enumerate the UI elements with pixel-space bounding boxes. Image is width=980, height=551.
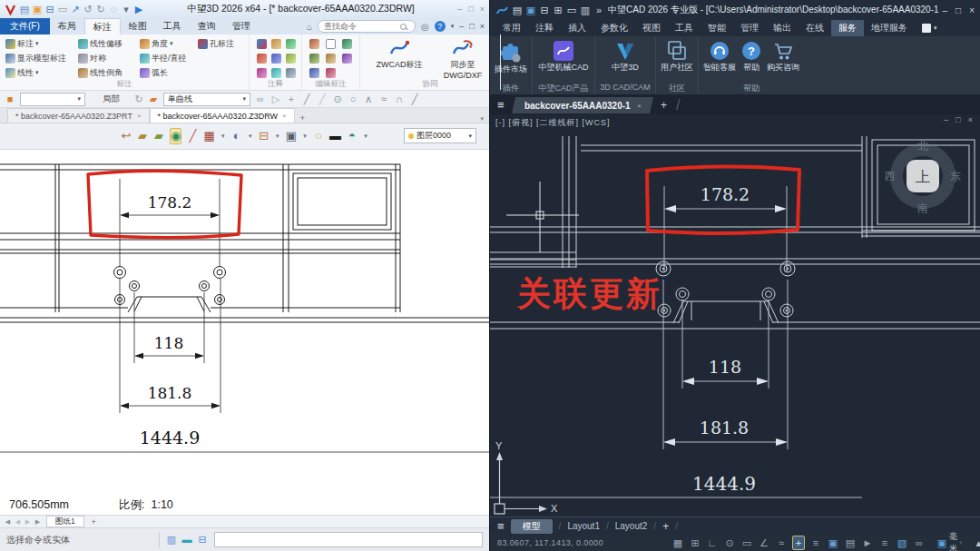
tab-online[interactable]: 在线 (799, 20, 831, 36)
ruler-icon[interactable]: ╱ (187, 129, 198, 143)
tab-tools[interactable]: 工具 (668, 20, 701, 36)
nav-last-icon[interactable]: ▶ (34, 516, 42, 527)
compass-east-label[interactable]: 东 (950, 170, 961, 182)
wprint-icon[interactable]: ▭ (566, 5, 577, 16)
lineweight-icon[interactable]: ≡ (809, 536, 822, 549)
doc-tab-dwg[interactable]: backcover-65AAA0320-1 × (512, 97, 653, 113)
display-icon[interactable]: ▣ (286, 129, 297, 143)
tab-close-icon[interactable]: × (282, 112, 287, 120)
redo-icon[interactable]: ↻ (95, 4, 106, 15)
layout2-tab[interactable]: Layout2 (615, 521, 648, 531)
curve-type-combo[interactable]: 单曲线▾ (163, 93, 250, 106)
spin-icon[interactable]: ◌ (108, 4, 119, 15)
edit-dim-tool-icon[interactable] (326, 54, 336, 64)
add-sheet-button[interactable]: + (86, 517, 102, 526)
bulb-icon[interactable]: ○ (313, 129, 324, 143)
panel-icon[interactable]: ▥ (166, 534, 177, 546)
ortho-icon[interactable]: ∟ (706, 536, 719, 549)
spline-icon[interactable]: ≈ (378, 93, 389, 105)
radius-diameter-button[interactable]: 半径/直径 (140, 53, 198, 64)
annotation-tool-icon[interactable] (286, 68, 296, 78)
minimize-icon[interactable]: – (457, 5, 462, 14)
doc-minimize-icon[interactable]: – (944, 115, 948, 124)
wopen-icon[interactable]: ▣ (525, 5, 536, 16)
layout-menu-hamburger-icon[interactable]: ≡ (497, 520, 505, 532)
annotation-tool-icon[interactable] (286, 54, 296, 64)
tab-close-icon[interactable]: × (137, 112, 142, 120)
dark-icon[interactable]: ▬ (329, 129, 341, 143)
rsnap-icon[interactable]: ⊞ (689, 536, 701, 549)
arc-length-button[interactable]: 弧长 (140, 67, 198, 79)
search-input[interactable] (324, 22, 397, 31)
edit-dim-tool-icon[interactable] (309, 39, 319, 49)
tab-insert[interactable]: 插入 (561, 20, 593, 36)
zw-mech-cad-button[interactable]: 中望机械CAD (537, 39, 590, 72)
circle-icon[interactable]: ○ (348, 93, 358, 105)
zw3d-drawing-canvas[interactable]: 178.2 118 181.8 1444.9 (0, 150, 489, 495)
sketch-icon[interactable]: ≈ (775, 536, 788, 549)
line2-icon[interactable]: ╱ (317, 93, 328, 105)
tab-output[interactable]: 输出 (766, 20, 799, 36)
tab-geoservice[interactable]: 地理服务 (864, 20, 915, 36)
zw3d-product-button[interactable]: 中望3D (600, 39, 651, 72)
undo-icon[interactable]: ↺ (83, 4, 93, 15)
close-icon[interactable]: × (480, 5, 485, 14)
save-icon[interactable]: ⊟ (44, 4, 55, 15)
style-combo[interactable]: ▾ (20, 93, 85, 106)
doc-close-icon[interactable]: × (480, 22, 485, 31)
return-icon[interactable]: ↩ (121, 129, 132, 143)
wnew-icon[interactable]: ▤ (512, 5, 523, 16)
help-icon[interactable]: ? (435, 21, 446, 32)
doc-restore-icon[interactable]: □ (469, 22, 474, 31)
annotation-tool-icon[interactable] (257, 68, 267, 78)
shade-icon[interactable]: ◓ (347, 129, 358, 143)
maximize-icon[interactable]: □ (468, 5, 473, 14)
hole-callout-button[interactable]: 孔标注 (198, 38, 245, 50)
annotation-tool-icon[interactable] (257, 39, 267, 49)
user-community-button[interactable]: 用户社区 (661, 39, 693, 72)
tab-tools[interactable]: 工具 (155, 18, 190, 34)
layer2-icon[interactable]: ▧ (896, 536, 908, 549)
cursor-icon[interactable]: ► (861, 536, 874, 549)
polar-icon[interactable]: ⊙ (723, 536, 736, 549)
add-layout-button[interactable]: + (662, 520, 669, 533)
print-icon[interactable]: ▭ (57, 4, 68, 15)
layout1-tab[interactable]: Layout1 (567, 521, 600, 531)
close-icon[interactable]: × (969, 5, 975, 15)
more-icon[interactable]: » (593, 5, 604, 16)
new-tab-button[interactable]: + (295, 113, 310, 123)
tab-draw[interactable]: 绘图 (121, 18, 155, 34)
compass-south-label[interactable]: 南 (917, 202, 928, 214)
globe-icon[interactable]: ◉ (170, 128, 181, 144)
edit-dim-tool-icon[interactable] (326, 68, 336, 78)
compass-top-label[interactable]: 上 (916, 169, 930, 184)
copy-icon[interactable]: ▥ (580, 5, 591, 16)
edit-dim-tool-icon[interactable] (342, 54, 352, 64)
nav-first-icon[interactable]: ◀ (4, 516, 12, 527)
line-icon[interactable]: ╱ (301, 93, 312, 105)
tab-dimension[interactable]: 标注 (84, 18, 121, 34)
monitor-icon[interactable]: ▬ (181, 534, 192, 546)
regen-icon[interactable]: ↻ (133, 93, 144, 105)
help-button[interactable]: ? 帮助 (740, 39, 763, 72)
edit-dim-tool-icon[interactable] (309, 68, 319, 78)
compass-west-label[interactable]: 西 (885, 170, 896, 182)
chain-icon[interactable]: ∞ (913, 536, 926, 549)
wsave-icon[interactable]: ⊟ (539, 5, 550, 16)
open-folder-icon[interactable]: ▣ (32, 4, 43, 15)
tab-layout[interactable]: 布局 (50, 18, 84, 34)
annotation-tool-icon[interactable] (271, 68, 281, 78)
menu-hamburger-icon[interactable]: ≡ (497, 99, 505, 111)
edit-dim-tool-icon[interactable] (309, 54, 319, 64)
viewport-controls[interactable]: [-] [俯视] [二维线框] [WCS] (495, 117, 611, 129)
linear-button[interactable]: 线性▾ (5, 67, 78, 79)
block-icon[interactable]: ■ (5, 93, 15, 105)
doc-close-icon[interactable]: × (968, 115, 973, 124)
symmetry-button[interactable]: 对称 (78, 53, 140, 64)
workspace-icon[interactable]: ≡ (878, 536, 891, 549)
new-tab-button[interactable]: + (661, 99, 667, 112)
snap-icon[interactable]: + (286, 93, 297, 105)
tab-view[interactable]: 视图 (635, 20, 668, 36)
angle-button[interactable]: 角度▾ (140, 38, 198, 50)
circle-dot-icon[interactable]: ⊙ (332, 93, 343, 105)
